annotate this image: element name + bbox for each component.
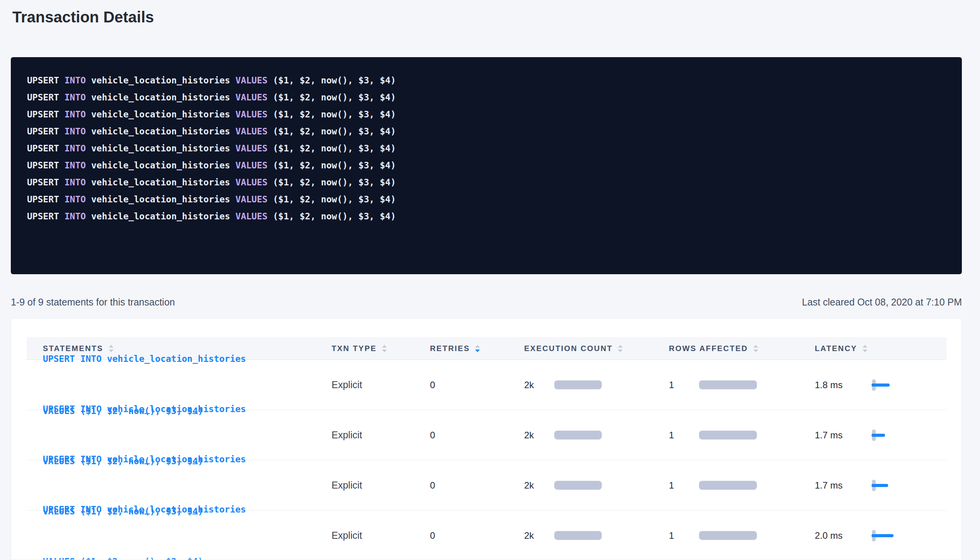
retries-value: 0 bbox=[430, 380, 435, 390]
table-row: UPSERT INTO vehicle_location_histories V… bbox=[27, 511, 946, 560]
retries-value: 0 bbox=[430, 530, 435, 541]
sort-icon bbox=[863, 345, 867, 352]
txn-type-cell: Explicit bbox=[332, 480, 430, 491]
latency-cell: 1.7 ms bbox=[815, 479, 946, 492]
execution-count-bar bbox=[554, 531, 602, 540]
latency-bar bbox=[872, 434, 885, 437]
statements-range-text: 1-9 of 9 statements for this transaction bbox=[11, 296, 175, 308]
execution-count-value: 2k bbox=[524, 530, 554, 541]
txn-type-cell: Explicit bbox=[332, 379, 430, 390]
execution-count-bar bbox=[554, 431, 602, 440]
column-header-latency[interactable]: LATENCY bbox=[815, 344, 946, 353]
latency-cell: 2.0 ms bbox=[815, 529, 946, 542]
statement-line-2: VALUES ($1, $2, now(), $3, $4) bbox=[43, 553, 246, 560]
latency-bar-chart bbox=[872, 429, 903, 442]
column-label: TXN TYPE bbox=[332, 344, 377, 353]
execution-count-value: 2k bbox=[524, 380, 554, 390]
rows-affected-cell: 1 bbox=[669, 530, 815, 541]
transaction-details-page: Transaction Details UPSERT INTO vehicle_… bbox=[0, 0, 980, 560]
rows-affected-value: 1 bbox=[669, 430, 699, 441]
sql-statement-line: UPSERT INTO vehicle_location_histories V… bbox=[27, 89, 946, 106]
sql-statement-line: UPSERT INTO vehicle_location_histories V… bbox=[27, 123, 946, 140]
execution-count-bar bbox=[554, 481, 602, 490]
page-title: Transaction Details bbox=[12, 7, 962, 27]
latency-bar-chart bbox=[872, 529, 903, 542]
sort-icon bbox=[382, 345, 387, 352]
latency-cell: 1.8 ms bbox=[815, 378, 946, 392]
rows-affected-bar bbox=[699, 481, 757, 490]
execution-count-cell: 2k bbox=[524, 430, 669, 441]
retries-value: 0 bbox=[430, 430, 435, 441]
rows-affected-value: 1 bbox=[669, 480, 699, 491]
sql-statement-line: UPSERT INTO vehicle_location_histories V… bbox=[27, 140, 946, 157]
statement-cell: UPSERT INTO vehicle_location_histories V… bbox=[27, 466, 332, 560]
sql-statements-box: UPSERT INTO vehicle_location_histories V… bbox=[11, 57, 962, 274]
txn-type-cell: Explicit bbox=[332, 530, 430, 541]
latency-bar-chart bbox=[872, 378, 903, 392]
sql-statement-line: UPSERT INTO vehicle_location_histories V… bbox=[27, 208, 946, 225]
column-label: LATENCY bbox=[815, 344, 857, 353]
statements-table: STATEMENTS TXN TYPE RETRIES EXECUTION CO… bbox=[27, 337, 946, 560]
column-header-rows-affected[interactable]: ROWS AFFECTED bbox=[669, 344, 815, 353]
latency-value: 1.7 ms bbox=[815, 430, 872, 441]
sql-statement-line: UPSERT INTO vehicle_location_histories V… bbox=[27, 191, 946, 208]
execution-count-cell: 2k bbox=[524, 530, 669, 541]
latency-bar bbox=[872, 484, 888, 487]
retries-cell: 0 bbox=[430, 530, 524, 541]
retries-cell: 0 bbox=[430, 430, 524, 441]
column-header-retries[interactable]: RETRIES bbox=[430, 344, 524, 353]
rows-affected-cell: 1 bbox=[669, 430, 815, 441]
sort-icon bbox=[618, 345, 623, 352]
statement-line-1: UPSERT INTO vehicle_location_histories bbox=[43, 400, 246, 418]
table-body: UPSERT INTO vehicle_location_histories V… bbox=[27, 360, 946, 560]
latency-cell: 1.7 ms bbox=[815, 429, 946, 442]
statement-line-1: UPSERT INTO vehicle_location_histories bbox=[43, 451, 246, 468]
retries-value: 0 bbox=[430, 480, 435, 491]
sql-statement-line: UPSERT INTO vehicle_location_histories V… bbox=[27, 72, 946, 89]
column-label: ROWS AFFECTED bbox=[669, 344, 748, 353]
rows-affected-bar bbox=[699, 431, 757, 440]
statement-line-1: UPSERT INTO vehicle_location_histories bbox=[43, 350, 246, 368]
column-header-txn-type[interactable]: TXN TYPE bbox=[332, 344, 430, 353]
sql-statement-line: UPSERT INTO vehicle_location_histories V… bbox=[27, 106, 946, 123]
latency-value: 2.0 ms bbox=[815, 530, 872, 541]
sql-statement-line: UPSERT INTO vehicle_location_histories V… bbox=[27, 174, 946, 191]
last-cleared-text: Last cleared Oct 08, 2020 at 7:10 PM bbox=[802, 296, 962, 308]
sort-icon bbox=[753, 345, 758, 352]
latency-value: 1.8 ms bbox=[815, 380, 872, 390]
rows-affected-value: 1 bbox=[669, 380, 699, 390]
execution-count-value: 2k bbox=[524, 480, 554, 491]
latency-bar bbox=[872, 534, 894, 537]
latency-bar bbox=[872, 384, 890, 387]
retries-cell: 0 bbox=[430, 480, 524, 491]
rows-affected-cell: 1 bbox=[669, 380, 815, 390]
statement-link[interactable]: UPSERT INTO vehicle_location_histories V… bbox=[43, 466, 246, 560]
execution-count-value: 2k bbox=[524, 430, 554, 441]
sort-icon-active-desc bbox=[475, 345, 480, 352]
txn-type-cell: Explicit bbox=[332, 429, 430, 441]
rows-affected-bar bbox=[699, 380, 757, 389]
statements-table-card: STATEMENTS TXN TYPE RETRIES EXECUTION CO… bbox=[11, 318, 962, 560]
statements-summary-bar: 1-9 of 9 statements for this transaction… bbox=[11, 296, 962, 308]
rows-affected-cell: 1 bbox=[669, 480, 815, 491]
column-label: RETRIES bbox=[430, 344, 470, 353]
sql-statement-line: UPSERT INTO vehicle_location_histories V… bbox=[27, 157, 946, 174]
execution-count-bar bbox=[554, 380, 602, 389]
execution-count-cell: 2k bbox=[524, 480, 669, 491]
column-header-execution-count[interactable]: EXECUTION COUNT bbox=[524, 344, 669, 353]
latency-value: 1.7 ms bbox=[815, 480, 872, 491]
rows-affected-value: 1 bbox=[669, 530, 699, 541]
execution-count-cell: 2k bbox=[524, 380, 669, 390]
rows-affected-bar bbox=[699, 531, 757, 540]
column-label: EXECUTION COUNT bbox=[524, 344, 613, 353]
retries-cell: 0 bbox=[430, 380, 524, 390]
latency-bar-chart bbox=[872, 479, 903, 492]
statement-line-1: UPSERT INTO vehicle_location_histories bbox=[43, 501, 246, 518]
